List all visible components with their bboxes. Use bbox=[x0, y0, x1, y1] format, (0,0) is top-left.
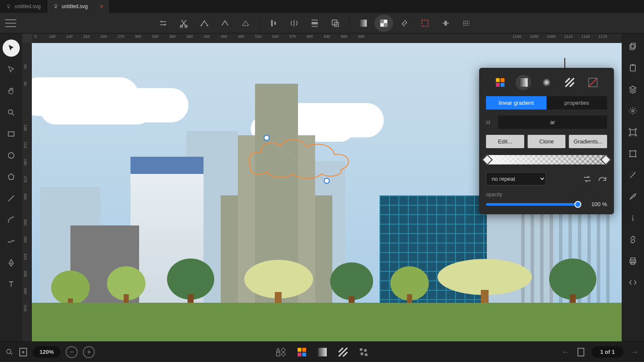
gradient-icon[interactable] bbox=[318, 347, 327, 357]
svg-point-22 bbox=[10, 262, 12, 264]
list-icon[interactable] bbox=[457, 15, 476, 32]
gradients-button[interactable]: Gradients... bbox=[569, 135, 607, 148]
magic-icon[interactable] bbox=[626, 168, 640, 182]
page-add-icon[interactable] bbox=[19, 347, 27, 357]
document-tab-2[interactable]: untitled.svg × bbox=[47, 0, 110, 13]
settings-icon[interactable] bbox=[626, 104, 640, 118]
close-tab-icon[interactable]: × bbox=[100, 3, 103, 10]
path-break-icon[interactable] bbox=[216, 15, 234, 32]
fill-type-swatches[interactable] bbox=[492, 75, 508, 90]
direct-select-tool[interactable] bbox=[3, 61, 20, 78]
gradient-fill-icon[interactable] bbox=[354, 15, 373, 32]
opacity-slider[interactable] bbox=[486, 203, 580, 206]
clone-button[interactable]: Clone bbox=[528, 135, 566, 148]
flip-icon[interactable] bbox=[285, 15, 304, 32]
ruler-tick: 180 bbox=[49, 34, 55, 39]
svg-rect-76 bbox=[364, 349, 367, 352]
gradient-handle-end[interactable] bbox=[324, 178, 330, 184]
slider-thumb[interactable] bbox=[574, 201, 581, 208]
edit-button[interactable]: Edit... bbox=[486, 135, 524, 148]
opacity-label: opacity bbox=[486, 192, 607, 198]
ruler-tick: 240 bbox=[100, 34, 107, 39]
menu-button[interactable] bbox=[5, 19, 16, 27]
layers-icon[interactable] bbox=[626, 82, 640, 96]
swatches-icon[interactable] bbox=[297, 347, 307, 357]
link-icon[interactable] bbox=[626, 233, 640, 246]
rectangle-tool[interactable] bbox=[3, 125, 20, 143]
ellipse-tool[interactable] bbox=[3, 147, 20, 164]
polygon-tool[interactable] bbox=[3, 168, 20, 186]
swap-fill-icon[interactable] bbox=[395, 15, 414, 32]
ruler-tick: 630 bbox=[324, 34, 330, 39]
adjust-icon[interactable] bbox=[154, 15, 173, 32]
arc-tool[interactable] bbox=[3, 211, 20, 228]
fill-panel[interactable]: linear gradient properties id Edit... Cl… bbox=[479, 68, 614, 214]
zoom-in-button[interactable]: + bbox=[83, 346, 95, 358]
cloud-shape[interactable] bbox=[32, 77, 139, 116]
gradient-bar[interactable] bbox=[486, 155, 607, 164]
zoom-tool[interactable] bbox=[3, 104, 20, 121]
freehand-tool[interactable] bbox=[3, 233, 20, 250]
bounds-icon[interactable] bbox=[626, 147, 640, 161]
tab-linear-gradient[interactable]: linear gradient bbox=[486, 96, 547, 110]
brush-icon[interactable] bbox=[626, 190, 640, 204]
zoom-level[interactable]: 120% bbox=[33, 346, 61, 358]
repeat-select[interactable]: no repeat bbox=[486, 172, 546, 186]
path-join-icon[interactable] bbox=[195, 15, 214, 32]
distribute-icon[interactable] bbox=[305, 15, 324, 32]
gradient-stop-end[interactable] bbox=[600, 154, 611, 165]
svg-rect-9 bbox=[274, 21, 276, 24]
text-tool[interactable] bbox=[3, 276, 20, 293]
symbols-icon[interactable] bbox=[359, 347, 368, 357]
boolean-icon[interactable] bbox=[326, 15, 345, 32]
bulb-icon bbox=[6, 4, 11, 9]
align-icon[interactable] bbox=[264, 15, 283, 32]
horizontal-ruler[interactable]: 0 180 140 210 240 270 300 330 360 390 42… bbox=[32, 33, 622, 43]
page-icon[interactable] bbox=[577, 347, 585, 357]
fill-type-none[interactable] bbox=[585, 75, 601, 90]
select-tool[interactable] bbox=[3, 40, 20, 57]
search-icon[interactable] bbox=[5, 348, 14, 356]
separator bbox=[259, 15, 260, 27]
shape-library-icon[interactable] bbox=[276, 347, 286, 357]
ruler-tick: 1050 bbox=[530, 34, 538, 39]
print-icon[interactable] bbox=[626, 254, 640, 268]
zoom-out-button[interactable]: − bbox=[66, 346, 78, 358]
svg-rect-41 bbox=[630, 45, 634, 50]
cut-icon[interactable] bbox=[174, 15, 193, 32]
fill-type-pattern[interactable] bbox=[562, 75, 577, 90]
rotate-icon[interactable] bbox=[597, 175, 607, 183]
ruler-tick: 360 bbox=[23, 219, 27, 225]
ruler-tick: 0 bbox=[34, 34, 36, 39]
copy-icon[interactable] bbox=[626, 40, 640, 53]
pen-tool[interactable] bbox=[3, 254, 20, 271]
path-close-icon[interactable] bbox=[236, 15, 255, 32]
info-icon[interactable] bbox=[626, 211, 640, 225]
paste-icon[interactable] bbox=[626, 61, 640, 75]
ruler-tick: 240 bbox=[23, 159, 27, 165]
tab-properties[interactable]: properties bbox=[547, 96, 607, 110]
transform-icon[interactable] bbox=[626, 125, 640, 139]
gradient-stop-start[interactable] bbox=[482, 154, 492, 165]
marquee-icon[interactable] bbox=[416, 15, 434, 32]
id-input[interactable] bbox=[498, 116, 607, 129]
code-icon[interactable] bbox=[626, 276, 640, 289]
hand-tool[interactable] bbox=[3, 82, 20, 100]
align-center-icon[interactable] bbox=[436, 15, 455, 32]
line-tool[interactable] bbox=[3, 190, 20, 207]
next-page-button[interactable]: → bbox=[630, 347, 639, 357]
checker-fill-icon[interactable] bbox=[374, 15, 393, 32]
selected-object[interactable] bbox=[242, 129, 358, 180]
vertical-ruler[interactable]: 60 90 180 210 240 270 300 360 390 420 45… bbox=[22, 43, 32, 341]
swap-direction-icon[interactable] bbox=[582, 175, 592, 183]
prev-page-button[interactable]: ← bbox=[562, 347, 570, 357]
document-tab-1[interactable]: untitled.svg bbox=[0, 0, 47, 13]
ground-shape[interactable] bbox=[32, 303, 622, 341]
fill-type-radial[interactable] bbox=[539, 75, 554, 90]
pattern-icon[interactable] bbox=[338, 347, 348, 357]
fill-type-linear[interactable] bbox=[516, 75, 531, 90]
id-label: id bbox=[486, 119, 494, 125]
left-toolbar bbox=[0, 33, 22, 341]
page-indicator[interactable]: 1 of 1 bbox=[592, 346, 623, 358]
gradient-handle-start[interactable] bbox=[264, 135, 270, 141]
